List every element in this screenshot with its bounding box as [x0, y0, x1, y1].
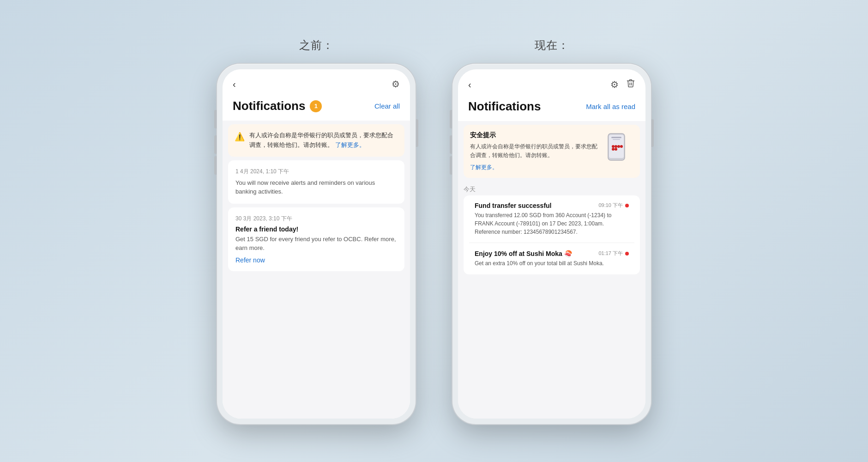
- svg-rect-9: [613, 139, 620, 140]
- after-notifications-title: Notifications: [468, 99, 541, 114]
- svg-point-7: [615, 148, 617, 151]
- after-section: 现在： ‹ ⚙: [452, 38, 651, 424]
- before-notifications-title: Notifications: [233, 99, 305, 113]
- page-container: 之前： ‹ ⚙ Notifications 1: [0, 0, 868, 462]
- after-notif-2-unread-dot: [625, 252, 629, 255]
- before-notif-2-date: 30 3月 2023, 3:10 下午: [235, 215, 397, 223]
- after-security-body: 有人或许会自称是华侨银行的职员或警员，要求您配合调查，转账给他们。请勿转账。: [470, 142, 597, 160]
- after-notif-1[interactable]: Fund transfer successful 09:10 下午 You tr…: [469, 195, 634, 243]
- after-notif-items-block: Fund transfer successful 09:10 下午 You tr…: [464, 195, 640, 274]
- after-day-label: 今天: [458, 182, 645, 195]
- before-title-row: Notifications 1 Clear all: [223, 95, 410, 121]
- after-mark-all-read-button[interactable]: Mark all as read: [586, 103, 635, 110]
- after-trash-icon[interactable]: [626, 79, 635, 90]
- phone-before-screen: ‹ ⚙ Notifications 1 Clear all: [223, 69, 410, 419]
- before-notif-2: 30 3月 2023, 3:10 下午 Refer a friend today…: [228, 207, 404, 271]
- before-label: 之前：: [299, 38, 334, 53]
- after-notif-2-body: Get an extra 10% off on your total bill …: [475, 259, 629, 267]
- after-notif-2-title: Enjoy 10% off at Sushi Moka 🍣: [475, 250, 598, 257]
- after-security-title: 安全提示: [470, 131, 597, 140]
- svg-point-4: [617, 145, 620, 148]
- before-clear-all-button[interactable]: Clear all: [374, 102, 400, 110]
- before-gear-icon[interactable]: ⚙: [392, 79, 400, 90]
- after-screen-content: 安全提示 有人或许会自称是华侨银行的职员或警员，要求您配合调查，转账给他们。请勿…: [458, 121, 645, 419]
- after-gear-icon[interactable]: ⚙: [610, 79, 619, 90]
- before-warning-link[interactable]: 了解更多。: [335, 141, 365, 148]
- svg-point-5: [620, 145, 623, 148]
- svg-point-3: [615, 145, 617, 148]
- after-notif-1-unread-dot: [625, 204, 629, 207]
- before-section: 之前： ‹ ⚙ Notifications 1: [217, 38, 416, 424]
- before-back-icon[interactable]: ‹: [233, 79, 236, 89]
- svg-rect-8: [611, 137, 621, 138]
- before-app-header: ‹ ⚙: [223, 69, 410, 95]
- before-notif-1-date: 1 4月 2024, 1:10 下午: [235, 168, 397, 176]
- svg-point-2: [612, 145, 615, 148]
- after-security-link[interactable]: 了解更多。: [470, 164, 498, 170]
- before-warning-icon: ⚠️: [235, 132, 245, 150]
- after-security-image: [601, 131, 633, 164]
- before-notif-2-title: Refer a friend today!: [235, 225, 397, 233]
- after-back-icon[interactable]: ‹: [468, 80, 471, 89]
- phone-after-screen: ‹ ⚙: [458, 69, 645, 419]
- before-notif-2-body: Get 15 SGD for every friend you refer to…: [235, 235, 397, 253]
- after-notif-2-time: 01:17 下午: [598, 250, 623, 257]
- before-notif-1: 1 4月 2024, 1:10 下午 You will now receive …: [228, 160, 404, 204]
- after-notif-1-time: 09:10 下午: [598, 202, 623, 209]
- before-warning-card: ⚠️ 有人或许会自称是华侨银行的职员或警员，要求您配合调查，转账给他们。请勿转账…: [228, 124, 404, 157]
- after-notif-1-body: You transferred 12.00 SGD from 360 Accou…: [475, 211, 629, 236]
- after-app-header: ‹ ⚙: [458, 69, 645, 96]
- svg-point-6: [612, 148, 615, 151]
- after-notif-1-title: Fund transfer successful: [475, 202, 598, 209]
- after-notif-2[interactable]: Enjoy 10% off at Sushi Moka 🍣 01:17 下午 G…: [469, 243, 634, 274]
- phone-before: ‹ ⚙ Notifications 1 Clear all: [217, 64, 416, 424]
- phone-after: ‹ ⚙: [452, 64, 651, 424]
- before-screen-content: ⚠️ 有人或许会自称是华侨银行的职员或警员，要求您配合调查，转账给他们。请勿转账…: [223, 121, 410, 419]
- after-security-card: 安全提示 有人或许会自称是华侨银行的职员或警员，要求您配合调查，转账给他们。请勿…: [464, 125, 640, 178]
- before-badge: 1: [310, 100, 322, 112]
- after-label: 现在：: [535, 38, 569, 53]
- after-title-row: Notifications Mark all as read: [458, 96, 645, 121]
- before-warning-text: 有人或许会自称是华侨银行的职员或警员，要求您配合调查，转账给他们。请勿转账。: [249, 132, 393, 148]
- before-refer-now-link[interactable]: Refer now: [235, 256, 397, 264]
- before-notif-1-body: You will now receive alerts and reminder…: [235, 178, 397, 196]
